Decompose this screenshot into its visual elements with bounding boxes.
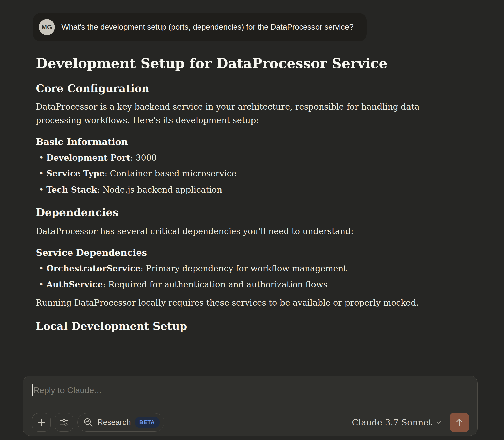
research-button-label: Research — [97, 418, 131, 427]
composer-toolbar-right: Claude 3.7 Sonnet — [352, 413, 469, 432]
send-button[interactable] — [450, 413, 469, 432]
model-selector[interactable]: Claude 3.7 Sonnet — [352, 417, 442, 427]
plus-icon — [37, 418, 46, 427]
list-item-separator: : — [130, 153, 136, 163]
arrow-up-icon — [454, 417, 464, 427]
service-dependencies-list: OrchestratorService: Primary dependency … — [36, 262, 434, 291]
beta-badge: BETA — [135, 417, 160, 428]
section-heading-dependencies: Dependencies — [36, 206, 434, 219]
reply-composer[interactable]: Reply to Claude... — [23, 376, 478, 436]
response-title: Development Setup for DataProcessor Serv… — [36, 55, 434, 72]
list-item: OrchestratorService: Primary dependency … — [36, 262, 434, 275]
composer-toolbar-left: Research BETA — [32, 413, 164, 432]
subsection-heading-service-dependencies: Service Dependencies — [36, 247, 434, 258]
attach-button[interactable] — [32, 413, 51, 432]
list-item: Development Port: 3000 — [36, 152, 434, 164]
model-selector-label: Claude 3.7 Sonnet — [352, 417, 432, 427]
list-item-separator: : — [140, 264, 146, 273]
user-message-bubble: MG What's the development setup (ports, … — [33, 13, 367, 41]
text-caret — [32, 384, 33, 396]
list-item: AuthService: Required for authentication… — [36, 278, 434, 291]
chevron-down-icon — [435, 419, 442, 426]
list-item-separator: : — [97, 185, 103, 195]
composer-toolbar: Research BETA Claude 3.7 Sonnet — [32, 413, 469, 432]
tools-settings-button[interactable] — [55, 413, 73, 432]
reply-input-placeholder: Reply to Claude... — [33, 385, 101, 395]
list-item-term: AuthService — [46, 280, 103, 289]
list-item-term: Development Port — [46, 153, 130, 163]
list-item-term: OrchestratorService — [46, 264, 140, 273]
section-heading-core-configuration: Core Configuration — [36, 82, 434, 95]
reply-input[interactable]: Reply to Claude... — [32, 384, 468, 396]
list-item-separator: : — [103, 280, 108, 289]
list-item-desc: Node.js backend application — [102, 185, 222, 195]
list-item-desc: Container-based microservice — [110, 169, 236, 178]
section-heading-local-development-setup: Local Development Setup — [36, 320, 434, 333]
list-item: Tech Stack: Node.js backend application — [36, 184, 434, 196]
basic-information-list: Development Port: 3000 Service Type: Con… — [36, 152, 434, 196]
sliders-icon — [59, 418, 69, 427]
list-item-desc: Primary dependency for workflow manageme… — [146, 264, 347, 273]
list-item-separator: : — [105, 169, 110, 178]
user-message-text: What's the development setup (ports, dep… — [61, 22, 354, 32]
list-item-desc: Required for authentication and authoriz… — [108, 280, 327, 289]
list-item-term: Service Type — [46, 169, 105, 178]
paragraph-core-intro: DataProcessor is a key backend service i… — [36, 100, 434, 127]
list-item: Service Type: Container-based microservi… — [36, 167, 434, 180]
subsection-heading-basic-information: Basic Information — [36, 136, 434, 148]
paragraph-dependencies-intro: DataProcessor has several critical depen… — [36, 225, 434, 238]
chat-thread: MG What's the development setup (ports, … — [33, 13, 446, 333]
list-item-term: Tech Stack — [46, 185, 97, 195]
assistant-response: Development Setup for DataProcessor Serv… — [36, 55, 434, 333]
avatar: MG — [39, 19, 55, 35]
research-button[interactable]: Research BETA — [77, 413, 164, 432]
research-magnifier-icon — [83, 417, 93, 427]
paragraph-dependencies-note: Running DataProcessor locally requires t… — [36, 296, 434, 310]
list-item-desc: 3000 — [136, 153, 157, 163]
